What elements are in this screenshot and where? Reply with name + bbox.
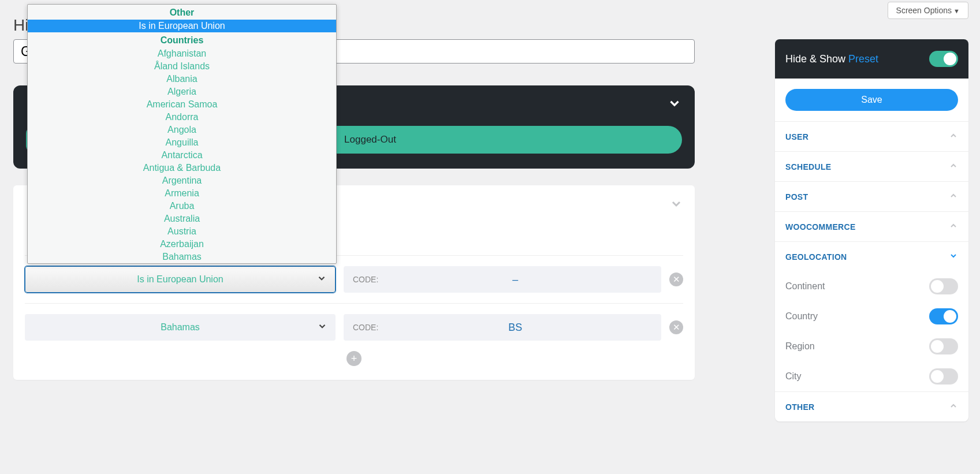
- code-value: BS: [378, 322, 652, 334]
- sub-label: Continent: [785, 281, 825, 292]
- dropdown-item[interactable]: Angola: [28, 124, 336, 136]
- country-select[interactable]: Is in European Union: [25, 266, 336, 293]
- section-label: USER: [785, 132, 808, 141]
- dropdown-item[interactable]: Albania: [28, 73, 336, 85]
- dropdown-item[interactable]: Åland Islands: [28, 60, 336, 73]
- city-toggle[interactable]: [929, 368, 958, 385]
- dropdown-item[interactable]: Afghanistan: [28, 47, 336, 60]
- chevron-down-icon: [317, 321, 327, 334]
- region-toggle[interactable]: [929, 338, 958, 354]
- dropdown-group: Countries: [28, 32, 336, 47]
- chevron-down-icon[interactable]: [669, 197, 683, 214]
- dropdown-item[interactable]: Azerbaijan: [28, 238, 336, 251]
- dropdown-item[interactable]: Algeria: [28, 85, 336, 98]
- section-post[interactable]: POST: [775, 181, 968, 211]
- section-label: OTHER: [785, 402, 815, 412]
- country-dropdown[interactable]: Other Is in European Union Countries Afg…: [27, 4, 337, 264]
- section-label: POST: [785, 192, 808, 201]
- sidebar-title: Hide & Show: [785, 53, 848, 65]
- sidebar-header: Hide & Show Preset: [775, 39, 968, 79]
- geo-continent: Continent: [775, 271, 968, 301]
- select-value: Is in European Union: [137, 274, 223, 285]
- dropdown-item[interactable]: Antigua & Barbuda: [28, 162, 336, 174]
- dropdown-item[interactable]: Armenia: [28, 187, 336, 200]
- screen-options-button[interactable]: Screen Options: [888, 2, 968, 19]
- dropdown-item[interactable]: Is in European Union: [28, 20, 336, 32]
- chevron-up-icon: [949, 401, 958, 412]
- code-label: CODE:: [353, 323, 378, 332]
- section-woocommerce[interactable]: WOOCOMMERCE: [775, 211, 968, 241]
- dropdown-item[interactable]: Bahamas: [28, 251, 336, 263]
- chevron-up-icon: [949, 221, 958, 232]
- chevron-up-icon: [949, 191, 958, 202]
- dropdown-group: Other: [28, 5, 336, 20]
- settings-sidebar: Hide & Show Preset Save USER SCHEDULE PO…: [775, 39, 968, 421]
- section-schedule[interactable]: SCHEDULE: [775, 151, 968, 181]
- dropdown-item[interactable]: Andorra: [28, 111, 336, 124]
- dropdown-item[interactable]: American Samoa: [28, 98, 336, 111]
- code-label: CODE:: [353, 275, 378, 284]
- code-value: –: [378, 274, 652, 286]
- save-button[interactable]: Save: [785, 89, 958, 111]
- remove-button[interactable]: ✕: [669, 273, 683, 286]
- section-label: WOOCOMMERCE: [785, 222, 856, 232]
- geo-city: City: [775, 361, 968, 391]
- section-user[interactable]: USER: [775, 121, 968, 151]
- sub-label: Region: [785, 341, 815, 352]
- select-value: Bahamas: [161, 322, 200, 333]
- geo-region: Region: [775, 331, 968, 361]
- geo-country: Country: [775, 301, 968, 331]
- dropdown-item[interactable]: Australia: [28, 212, 336, 225]
- dropdown-item[interactable]: Argentina: [28, 174, 336, 187]
- rule-row: Is in European Union CODE: – ✕: [25, 266, 683, 293]
- sidebar-subtitle: Preset: [848, 53, 878, 65]
- section-label: GEOLOCATION: [785, 252, 847, 262]
- sub-label: Country: [785, 311, 818, 322]
- chevron-up-icon: [949, 131, 958, 142]
- page-title-partial: Hi: [13, 16, 28, 35]
- chevron-down-icon: [316, 273, 327, 286]
- chevron-down-icon: [949, 251, 958, 262]
- dropdown-item[interactable]: Antarctica: [28, 149, 336, 162]
- chevron-up-icon: [949, 161, 958, 172]
- section-other[interactable]: OTHER: [775, 391, 968, 421]
- chevron-down-icon[interactable]: [667, 96, 682, 115]
- master-toggle[interactable]: [929, 51, 958, 67]
- dropdown-item[interactable]: Aruba: [28, 200, 336, 212]
- remove-button[interactable]: ✕: [669, 320, 683, 334]
- code-display: CODE: –: [344, 266, 661, 293]
- add-button[interactable]: +: [346, 351, 362, 366]
- dropdown-item[interactable]: Austria: [28, 225, 336, 238]
- section-label: SCHEDULE: [785, 162, 831, 171]
- code-display: CODE: BS: [344, 314, 661, 341]
- sub-label: City: [785, 371, 802, 382]
- dropdown-item[interactable]: Anguilla: [28, 136, 336, 149]
- rule-row: Bahamas CODE: BS ✕: [25, 314, 683, 341]
- section-geolocation[interactable]: GEOLOCATION: [775, 241, 968, 271]
- country-toggle[interactable]: [929, 308, 958, 324]
- country-select[interactable]: Bahamas: [25, 314, 336, 341]
- continent-toggle[interactable]: [929, 278, 958, 294]
